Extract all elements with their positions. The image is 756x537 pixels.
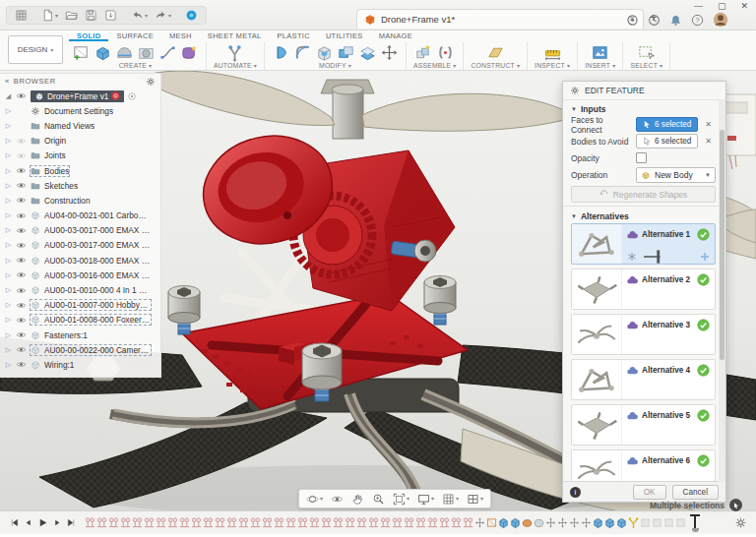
timeline-extrude-feature[interactable] bbox=[510, 516, 521, 529]
play-button[interactable] bbox=[37, 517, 48, 528]
skip-end-button[interactable] bbox=[67, 518, 76, 527]
move-icon[interactable] bbox=[380, 43, 399, 62]
visibility-eye-icon[interactable] bbox=[16, 165, 28, 176]
weight-slider[interactable] bbox=[643, 246, 664, 265]
browser-root-row[interactable]: ◢ Drone+Frame v1 bbox=[0, 89, 160, 103]
display-settings-icon[interactable]: ▾ bbox=[417, 493, 434, 506]
visibility-eye-icon[interactable] bbox=[16, 225, 28, 236]
timeline-joint-feature[interactable] bbox=[179, 516, 190, 529]
disclosure-icon[interactable]: ▷ bbox=[4, 137, 13, 145]
activate-target-icon[interactable] bbox=[127, 91, 137, 101]
alternative-row[interactable]: Alternative 2 bbox=[571, 268, 716, 310]
timeline-move-feature[interactable] bbox=[581, 516, 592, 529]
job-status-icon[interactable] bbox=[185, 9, 198, 22]
timeline-joint-feature[interactable] bbox=[380, 516, 391, 529]
select-window-icon[interactable] bbox=[637, 43, 656, 62]
visibility-eye-icon[interactable] bbox=[16, 315, 28, 326]
browser-item[interactable]: ▷AU00-00-0022-000 Camera Mount... bbox=[0, 342, 160, 357]
notifications-icon[interactable] bbox=[669, 14, 682, 27]
look-at-icon[interactable] bbox=[331, 493, 344, 506]
timeline-joint-feature[interactable] bbox=[144, 516, 155, 529]
timeline-joint-feature[interactable] bbox=[203, 516, 214, 529]
timeline-playhead[interactable] bbox=[689, 514, 701, 532]
step-back-button[interactable] bbox=[24, 518, 32, 527]
save-icon[interactable] bbox=[85, 9, 97, 22]
disclosure-icon[interactable]: ▷ bbox=[4, 122, 13, 130]
timeline-joint-feature[interactable] bbox=[96, 516, 107, 529]
file-new-icon[interactable]: ▾ bbox=[41, 9, 58, 22]
recent-icon[interactable] bbox=[648, 14, 661, 27]
visibility-eye-icon[interactable] bbox=[16, 285, 28, 296]
avatar[interactable] bbox=[713, 12, 728, 28]
browser-item[interactable]: ▷AU00-03-0016-000 EMAX RS6-226... bbox=[0, 268, 160, 282]
timeline-extrude-feature[interactable] bbox=[593, 516, 603, 529]
ribbon-group-label[interactable]: INSERT▾ bbox=[585, 62, 615, 69]
timeline-joint-feature[interactable] bbox=[333, 516, 344, 529]
timeline-joint-feature[interactable] bbox=[85, 516, 95, 529]
alternative-row[interactable]: Alternative 4 bbox=[571, 359, 716, 400]
move-icon[interactable] bbox=[700, 252, 710, 262]
timeline-joint-feature[interactable] bbox=[404, 516, 414, 529]
timeline-joint-feature[interactable] bbox=[156, 516, 166, 529]
minimize-button[interactable]: — bbox=[694, 1, 703, 11]
disclosure-icon[interactable]: ▷ bbox=[4, 226, 13, 234]
disclosure-icon[interactable]: ▷ bbox=[4, 286, 13, 294]
regenerate-shapes-button[interactable]: Regenerate Shapes bbox=[571, 186, 716, 203]
shell-icon[interactable] bbox=[315, 43, 334, 62]
zoom-icon[interactable] bbox=[372, 493, 385, 506]
panel-scrollbar[interactable] bbox=[719, 99, 725, 482]
alternative-row[interactable]: Alternative 3 bbox=[571, 314, 716, 355]
offset-face-icon[interactable] bbox=[358, 43, 377, 62]
curve-icon[interactable] bbox=[158, 43, 177, 62]
timeline-joint-feature[interactable] bbox=[262, 516, 273, 529]
browser-item[interactable]: ▷Joints bbox=[0, 149, 160, 163]
visibility-eye-icon[interactable] bbox=[16, 300, 28, 311]
fillet-icon[interactable] bbox=[293, 43, 312, 62]
timeline-extrude-feature[interactable] bbox=[604, 516, 615, 529]
timeline-settings-gear-icon[interactable] bbox=[734, 516, 747, 529]
visibility-eye-icon[interactable] bbox=[16, 240, 28, 251]
cancel-button[interactable]: Cancel bbox=[672, 485, 720, 500]
disclosure-icon[interactable]: ▷ bbox=[4, 271, 13, 279]
workspace-switcher[interactable]: DESIGN▾ bbox=[8, 35, 63, 64]
selection-count-icon[interactable] bbox=[729, 499, 742, 511]
timeline-joint-feature[interactable] bbox=[415, 516, 426, 529]
timeline-joint-feature[interactable] bbox=[274, 516, 284, 529]
freeze-icon[interactable] bbox=[627, 252, 637, 262]
ribbon-group-label[interactable]: CREATE▾ bbox=[119, 62, 152, 69]
timeline-branch-feature[interactable] bbox=[628, 516, 639, 529]
faces-selection-chip[interactable]: 6 selected bbox=[636, 117, 698, 132]
disclosure-icon[interactable]: ▷ bbox=[4, 211, 13, 219]
visibility-eye-icon[interactable] bbox=[16, 255, 28, 266]
visibility-eye-icon[interactable] bbox=[16, 344, 28, 355]
extrude-icon[interactable] bbox=[94, 43, 112, 62]
clear-selection-icon[interactable]: ✕ bbox=[705, 137, 712, 146]
visibility-eye-icon[interactable] bbox=[16, 90, 28, 101]
visibility-eye-icon[interactable] bbox=[16, 210, 28, 221]
browser-item[interactable]: ▷Construction bbox=[0, 193, 160, 208]
lattice-icon[interactable] bbox=[180, 43, 199, 62]
disclosure-icon[interactable]: ▷ bbox=[4, 107, 13, 115]
orbit-icon[interactable]: ▾ bbox=[306, 493, 323, 506]
ribbon-tab-utilities[interactable]: UTILITIES bbox=[318, 30, 371, 41]
timeline-sphere-feature[interactable] bbox=[534, 516, 544, 529]
disclosure-icon[interactable]: ▷ bbox=[4, 301, 13, 309]
document-tab[interactable]: Drone+Frame v1* ✕ bbox=[356, 9, 644, 29]
timeline-joint-feature[interactable] bbox=[132, 516, 143, 529]
browser-item[interactable]: ▷AU04-00-0021-001 Carbon Fiber C... bbox=[0, 209, 160, 223]
timeline-joint-feature[interactable] bbox=[356, 516, 367, 529]
browser-item[interactable]: ▷Document Settings bbox=[0, 103, 160, 118]
pan-icon[interactable] bbox=[351, 493, 364, 506]
timeline-joint-feature[interactable] bbox=[191, 516, 202, 529]
collapse-panel-icon[interactable]: « bbox=[5, 77, 10, 86]
disclosure-icon[interactable]: ▷ bbox=[4, 257, 13, 265]
info-icon[interactable]: i bbox=[570, 487, 581, 498]
dialog-header[interactable]: EDIT FEATURE bbox=[563, 82, 725, 100]
ribbon-group-label[interactable]: INSPECT▾ bbox=[535, 62, 570, 69]
viewports-icon[interactable]: ▾ bbox=[467, 493, 483, 506]
timeline-rolled-back-feature[interactable] bbox=[663, 516, 674, 529]
timeline-sketch-feature[interactable] bbox=[486, 516, 497, 529]
timeline-move-feature[interactable] bbox=[569, 516, 580, 529]
bodies-selection-chip[interactable]: 6 selected bbox=[636, 134, 698, 149]
clear-selection-icon[interactable]: ✕ bbox=[705, 120, 712, 129]
